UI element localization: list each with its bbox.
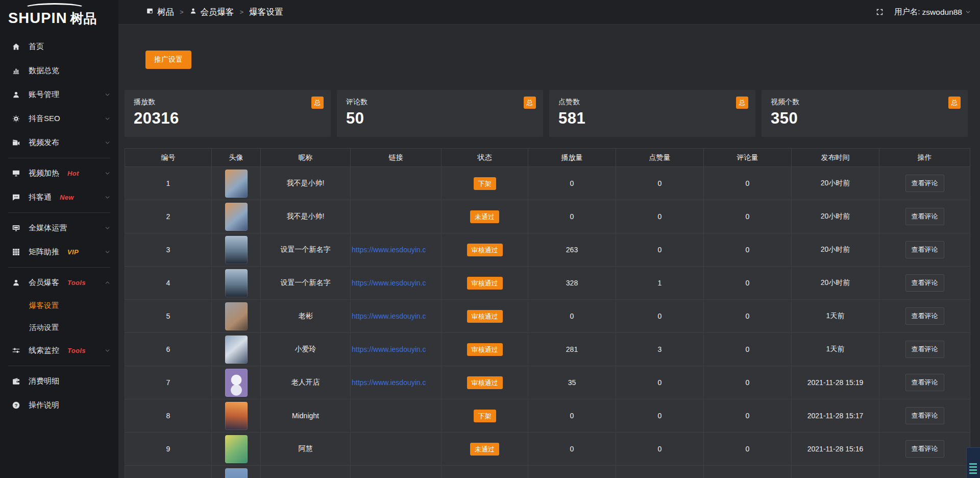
stat-label: 视频个数: [771, 98, 959, 107]
view-comments-button[interactable]: 查看评论: [905, 307, 944, 325]
screen-icon: [11, 223, 21, 233]
sidebar-item-label: 视频发布: [29, 138, 59, 148]
logo-text-en: SHUPIN: [8, 11, 67, 26]
cell-nickname: 设置一个新名字: [261, 267, 351, 300]
cell-nickname: 老人开店: [261, 366, 351, 399]
table-row: 6小爱玲https://www.iesdouyin.c审核通过281301天前查…: [125, 333, 970, 366]
sidebar-item-全媒体运营[interactable]: 全媒体运营: [0, 216, 118, 240]
breadcrumb-item-3[interactable]: 爆客设置: [249, 7, 283, 18]
records-table: 编号头像昵称链接状态播放量点赞量评论量发布时间操作 1我不是小帅!下架00020…: [125, 148, 970, 478]
cell-likes: 0: [616, 200, 704, 233]
sidebar-item-抖客通[interactable]: 抖客通New: [0, 185, 118, 209]
avatar: [225, 369, 248, 397]
table-row: 5老彬https://www.iesdouyin.c审核通过0001天前查看评论: [125, 300, 970, 333]
column-header-状态: 状态: [442, 149, 528, 167]
user-menu[interactable]: 用户名: zswodun88: [894, 7, 971, 17]
status-badge: 审核通过: [467, 343, 503, 356]
breadcrumb-separator: >: [240, 8, 244, 16]
sidebar-item-label: 抖客通: [29, 193, 52, 202]
sidebar-item-数据总览[interactable]: 数据总览: [0, 59, 118, 83]
sidebar-item-label: 线索监控: [29, 346, 59, 355]
view-comments-button[interactable]: 查看评论: [905, 407, 944, 424]
gear-icon: [11, 114, 21, 124]
cell-id: 7: [125, 366, 212, 399]
cell-avatar: [212, 167, 261, 200]
view-comments-button[interactable]: 查看评论: [905, 241, 944, 258]
cell-id: [125, 466, 212, 478]
stats-cards: 播放数20316总评论数50总点赞数581总视频个数350总: [125, 90, 968, 137]
cell-comments: 0: [704, 267, 792, 300]
app-logo[interactable]: SHUPIN 树品: [0, 0, 118, 30]
sidebar-item-抖音SEO[interactable]: 抖音SEO: [0, 107, 118, 131]
table-row: 4设置一个新名字https://www.iesdouyin.c审核通过32810…: [125, 267, 970, 300]
sidebar-item-账号管理[interactable]: 账号管理: [0, 83, 118, 107]
sidebar-subitem-活动设置[interactable]: 活动设置: [0, 317, 118, 339]
cell-link: [351, 466, 442, 478]
chevron-down-icon: [105, 348, 110, 353]
breadcrumb-label: 会员爆客: [201, 7, 234, 18]
table-row: 2我不是小帅!未通过00020小时前查看评论: [125, 200, 970, 233]
cell-plays: 0: [528, 167, 616, 200]
view-comments-button[interactable]: 查看评论: [905, 208, 944, 225]
sidebar-item-首页[interactable]: 首页: [0, 35, 118, 59]
stat-label: 评论数: [346, 98, 534, 107]
sidebar-subitem-爆客设置[interactable]: 爆客设置: [0, 295, 118, 317]
stat-value: 20316: [134, 109, 322, 128]
view-comments-button[interactable]: 查看评论: [905, 440, 944, 458]
cell-likes: 0: [616, 366, 704, 399]
cell-nickname: 我不是小帅!: [261, 200, 351, 233]
cell-comments: 0: [704, 433, 792, 466]
avatar: [225, 468, 248, 478]
floating-helper-widget[interactable]: [966, 447, 980, 478]
sidebar-item-会员爆客[interactable]: 会员爆客Tools: [0, 271, 118, 295]
cell-avatar: [212, 366, 261, 399]
sidebar-item-操作说明[interactable]: ?操作说明: [0, 393, 118, 417]
view-comments-button[interactable]: 查看评论: [905, 175, 944, 192]
sidebar-item-视频发布[interactable]: 视频发布: [0, 131, 118, 155]
video-link[interactable]: https://www.iesdouyin.c: [352, 246, 426, 254]
cell-id: 9: [125, 433, 212, 466]
cell-id: 5: [125, 300, 212, 333]
promo-settings-button[interactable]: 推广设置: [145, 51, 191, 69]
sidebar-divider: [8, 212, 110, 213]
cell-actions: 查看评论: [879, 433, 970, 466]
cell-comments: 0: [704, 300, 792, 333]
column-header-链接: 链接: [351, 149, 442, 167]
video-link[interactable]: https://www.iesdouyin.c: [352, 279, 426, 287]
video-link[interactable]: https://www.iesdouyin.c: [352, 345, 426, 353]
stat-label: 播放数: [134, 98, 322, 107]
avatar: [225, 269, 248, 297]
stat-value: 581: [558, 109, 746, 128]
breadcrumb-item-1[interactable]: 树品: [146, 7, 174, 18]
view-comments-button[interactable]: 查看评论: [905, 341, 944, 358]
grid-icon: [11, 247, 21, 257]
sidebar-item-label: 会员爆客: [29, 278, 59, 288]
cell-publish-time: 20小时前: [792, 200, 879, 233]
avatar: [225, 336, 248, 364]
cell-status: [442, 466, 528, 478]
sidebar-item-badge: New: [60, 194, 74, 201]
sidebar-item-label: 账号管理: [29, 90, 59, 100]
breadcrumb-label: 树品: [157, 7, 174, 18]
sidebar-item-视频加热[interactable]: 视频加热Hot: [0, 161, 118, 185]
view-comments-button[interactable]: 查看评论: [905, 274, 944, 292]
stat-value: 50: [346, 109, 534, 128]
avatar: [225, 203, 248, 231]
fullscreen-icon[interactable]: [875, 8, 884, 16]
status-badge: 下架: [474, 177, 496, 190]
cell-nickname: Midnight: [261, 399, 351, 433]
video-link[interactable]: https://www.iesdouyin.c: [352, 312, 426, 320]
view-comments-button[interactable]: 查看评论: [905, 374, 944, 391]
cell-plays: 0: [528, 433, 616, 466]
sidebar-item-线索监控[interactable]: 线索监控Tools: [0, 339, 118, 363]
sidebar-item-label: 视频加热: [29, 169, 59, 178]
video-link[interactable]: https://www.iesdouyin.c: [352, 378, 426, 387]
cell-actions: [879, 466, 970, 478]
sidebar-item-矩阵助推[interactable]: 矩阵助推VIP: [0, 240, 118, 264]
sidebar-item-消费明细[interactable]: 消费明细: [0, 369, 118, 393]
cell-link: https://www.iesdouyin.c: [351, 333, 442, 366]
cell-avatar: [212, 399, 261, 433]
sidebar-item-label: 全媒体运营: [29, 223, 67, 233]
breadcrumb-item-2[interactable]: 会员爆客: [189, 7, 234, 18]
cell-id: 8: [125, 399, 212, 433]
